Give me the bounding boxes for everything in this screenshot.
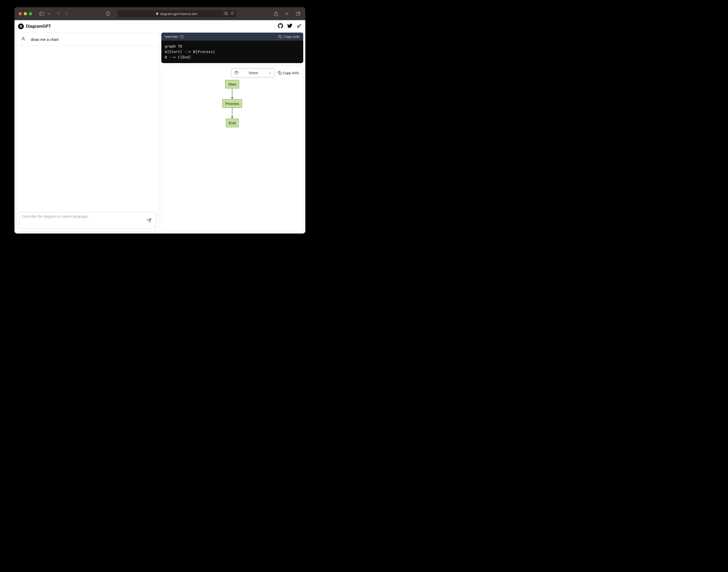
reload-icon[interactable]	[231, 12, 234, 16]
tabs-overview-icon[interactable]	[295, 11, 301, 16]
flow-arrow	[231, 88, 234, 99]
translate-icon[interactable]: A	[224, 12, 229, 16]
chat-input[interactable]	[22, 214, 154, 225]
flow-node-process[interactable]: Process	[222, 99, 242, 108]
copy-icon	[278, 71, 281, 75]
browser-window: diagram-gpt.fraserxu.dev A	[14, 7, 305, 233]
svg-marker-23	[231, 97, 233, 99]
app-header: N DiagramGPT	[14, 20, 305, 32]
github-icon[interactable]	[278, 23, 283, 29]
app-title: DiagramGPT	[26, 24, 51, 29]
svg-line-16	[155, 226, 155, 227]
svg-point-20	[237, 72, 237, 72]
back-button[interactable]	[57, 11, 60, 16]
diagram-panel: forest Copy SVG Start	[161, 66, 304, 231]
new-tab-icon[interactable]	[284, 11, 290, 16]
svg-point-19	[236, 71, 237, 72]
diagram-toolbar: forest Copy SVG	[164, 69, 301, 77]
theme-selector[interactable]: forest	[232, 69, 274, 77]
code-header: mermaid ? Copy code	[161, 32, 304, 41]
key-icon[interactable]	[297, 23, 302, 29]
copy-code-label: Copy code	[284, 34, 300, 39]
url-text: diagram-gpt.fraserxu.dev	[160, 12, 197, 16]
send-button[interactable]	[147, 218, 152, 224]
chevron-down-icon	[268, 71, 271, 75]
forward-button[interactable]	[65, 11, 68, 16]
svg-rect-5	[226, 12, 228, 15]
code-language-label: mermaid	[165, 34, 178, 39]
diagram-canvas: Start Process End	[164, 77, 301, 229]
svg-rect-10	[296, 13, 299, 15]
copy-icon	[278, 35, 282, 39]
code-content[interactable]: graph TD A[Start] --> B[Process] B --> C…	[161, 41, 304, 63]
main-panels: draw me a chart	[14, 32, 305, 233]
window-controls	[19, 12, 32, 15]
flow-node-end[interactable]: End	[226, 119, 239, 127]
output-panel: mermaid ? Copy code graph TD A[Start] --…	[161, 32, 304, 231]
chat-panel: draw me a chart	[16, 32, 159, 231]
svg-marker-25	[231, 117, 233, 119]
help-icon[interactable]: ?	[180, 35, 183, 39]
svg-rect-3	[156, 13, 158, 15]
tab-dropdown-icon[interactable]	[47, 12, 51, 15]
close-window-button[interactable]	[19, 12, 22, 15]
palette-icon	[235, 71, 239, 75]
svg-point-14	[22, 37, 24, 39]
flow-arrow	[231, 108, 234, 119]
chat-message-text: draw me a chart	[31, 37, 59, 42]
chat-message: draw me a chart	[17, 33, 159, 46]
svg-line-15	[154, 225, 155, 227]
minimize-window-button[interactable]	[24, 12, 27, 15]
sidebar-toggle-icon[interactable]	[38, 11, 45, 16]
share-icon[interactable]	[273, 10, 279, 17]
shield-icon[interactable]	[105, 10, 111, 17]
svg-rect-0	[39, 12, 44, 15]
chat-input-container	[19, 212, 156, 229]
svg-rect-17	[280, 36, 282, 38]
svg-rect-21	[279, 72, 281, 74]
code-block: mermaid ? Copy code graph TD A[Start] --…	[161, 32, 304, 63]
page-content: N DiagramGPT d	[14, 20, 305, 233]
lock-icon	[156, 12, 158, 15]
user-avatar-icon	[21, 37, 25, 42]
copy-svg-label: Copy SVG	[283, 71, 299, 75]
app-logo: N	[18, 23, 24, 29]
browser-titlebar: diagram-gpt.fraserxu.dev A	[14, 7, 305, 20]
maximize-window-button[interactable]	[29, 12, 32, 15]
copy-code-button[interactable]: Copy code	[278, 34, 300, 39]
flow-node-start[interactable]: Start	[225, 80, 239, 88]
svg-point-11	[297, 26, 299, 28]
resize-handle[interactable]	[154, 225, 156, 228]
twitter-icon[interactable]	[287, 23, 293, 29]
theme-label: forest	[249, 71, 258, 75]
copy-svg-button[interactable]: Copy SVG	[276, 70, 300, 76]
svg-text:A: A	[225, 12, 226, 14]
address-bar[interactable]: diagram-gpt.fraserxu.dev A	[117, 10, 236, 17]
svg-point-18	[235, 72, 236, 72]
svg-line-13	[300, 25, 301, 25]
